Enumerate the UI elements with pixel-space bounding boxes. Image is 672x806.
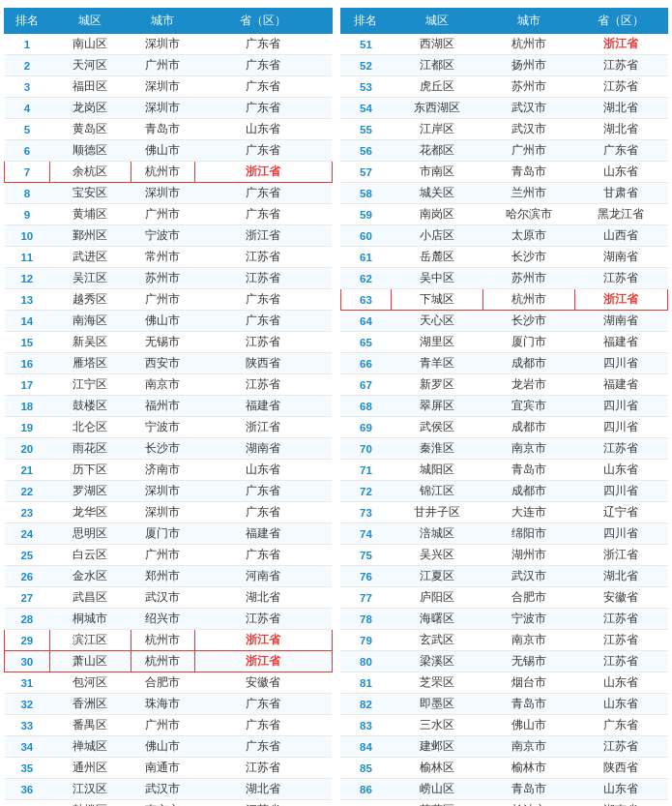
table-row: 1南山区深圳市广东省 xyxy=(5,34,333,55)
table-row: 70秦淮区南京市江苏省 xyxy=(340,438,668,460)
city-cell: 长沙市 xyxy=(482,247,574,268)
province-cell: 湖南省 xyxy=(574,800,667,807)
table-row: 81芝罘区烟台市山东省 xyxy=(340,672,668,694)
province-cell: 江苏省 xyxy=(194,609,332,630)
district-cell: 北仑区 xyxy=(49,417,131,438)
district-cell: 锦江区 xyxy=(392,481,483,502)
rank-cell: 78 xyxy=(340,609,392,630)
rank-cell: 85 xyxy=(340,758,392,779)
district-cell: 秦淮区 xyxy=(392,438,483,460)
city-cell: 湖州市 xyxy=(482,545,574,566)
rank-cell: 56 xyxy=(340,140,392,162)
table-row: 77庐阳区合肥市安徽省 xyxy=(340,587,668,609)
city-cell: 佛山市 xyxy=(131,311,194,332)
rank-cell: 74 xyxy=(340,523,392,545)
district-cell: 三水区 xyxy=(392,715,483,736)
province-cell: 广东省 xyxy=(574,715,667,736)
rank-cell: 67 xyxy=(340,374,392,396)
province-cell: 广东省 xyxy=(194,545,332,566)
district-cell: 芙蓉区 xyxy=(392,800,483,807)
rank-cell: 62 xyxy=(340,268,392,289)
province-cell: 湖南省 xyxy=(574,311,667,332)
province-cell: 湖北省 xyxy=(574,98,667,119)
rank-cell: 71 xyxy=(340,460,392,481)
city-cell: 宁波市 xyxy=(131,417,194,438)
city-cell: 宁波市 xyxy=(482,609,574,630)
province-cell: 广东省 xyxy=(194,694,332,715)
city-cell: 常州市 xyxy=(131,247,194,268)
table-row: 23龙华区深圳市广东省 xyxy=(5,502,333,523)
province-cell: 江苏省 xyxy=(574,438,667,460)
city-cell: 济南市 xyxy=(131,460,194,481)
district-cell: 武侯区 xyxy=(392,417,483,438)
city-cell: 南通市 xyxy=(131,758,194,779)
province-cell: 浙江省 xyxy=(194,630,332,651)
district-cell: 天河区 xyxy=(49,55,131,76)
district-cell: 南海区 xyxy=(49,311,131,332)
table-row: 78海曙区宁波市江苏省 xyxy=(340,609,668,630)
city-cell: 厦门市 xyxy=(131,523,194,545)
province-cell: 江苏省 xyxy=(574,651,667,672)
table-row: 11武进区常州市江苏省 xyxy=(5,247,333,268)
district-cell: 黄埔区 xyxy=(49,204,131,225)
district-cell: 萧山区 xyxy=(49,651,131,672)
district-cell: 龙华区 xyxy=(49,502,131,523)
table-row: 57市南区青岛市山东省 xyxy=(340,162,668,183)
province-cell: 福建省 xyxy=(574,332,667,353)
table-row: 20雨花区长沙市湖南省 xyxy=(5,438,333,460)
left-table: 排名 城区 城市 省（区） 1南山区深圳市广东省2天河区广州市广东省3福田区深圳… xyxy=(4,8,333,806)
city-cell: 武汉市 xyxy=(482,566,574,587)
table-row: 34禅城区佛山市广东省 xyxy=(5,736,333,758)
table-row: 71城阳区青岛市山东省 xyxy=(340,460,668,481)
rank-cell: 32 xyxy=(5,694,50,715)
province-cell: 湖南省 xyxy=(574,247,667,268)
province-cell: 山东省 xyxy=(574,460,667,481)
district-cell: 黄岛区 xyxy=(49,119,131,140)
city-cell: 绍兴市 xyxy=(131,609,194,630)
province-cell: 山东省 xyxy=(574,672,667,694)
table-row: 31包河区合肥市安徽省 xyxy=(5,672,333,694)
district-cell: 余杭区 xyxy=(49,162,131,183)
province-cell: 四川省 xyxy=(574,417,667,438)
table-row: 65湖里区厦门市福建省 xyxy=(340,332,668,353)
province-cell: 湖北省 xyxy=(574,566,667,587)
province-cell: 江苏省 xyxy=(574,630,667,651)
city-cell: 苏州市 xyxy=(482,76,574,98)
left-header-rank: 排名 xyxy=(5,9,50,34)
city-cell: 扬州市 xyxy=(482,55,574,76)
city-cell: 青岛市 xyxy=(131,119,194,140)
table-row: 79玄武区南京市江苏省 xyxy=(340,630,668,651)
table-row: 66青羊区成都市四川省 xyxy=(340,353,668,374)
city-cell: 成都市 xyxy=(482,353,574,374)
province-cell: 四川省 xyxy=(574,353,667,374)
table-row: 61岳麓区长沙市湖南省 xyxy=(340,247,668,268)
province-cell: 山东省 xyxy=(194,119,332,140)
district-cell: 下城区 xyxy=(392,289,483,311)
table-row: 72锦江区成都市四川省 xyxy=(340,481,668,502)
table-row: 58城关区兰州市甘肃省 xyxy=(340,183,668,204)
main-container: 排名 城区 城市 省（区） 1南山区深圳市广东省2天河区广州市广东省3福田区深圳… xyxy=(0,0,672,806)
province-cell: 湖北省 xyxy=(574,119,667,140)
province-cell: 广东省 xyxy=(194,55,332,76)
district-cell: 白云区 xyxy=(49,545,131,566)
rank-cell: 36 xyxy=(5,779,50,800)
district-cell: 鼓楼区 xyxy=(49,800,131,807)
district-cell: 顺德区 xyxy=(49,140,131,162)
province-cell: 陕西省 xyxy=(574,758,667,779)
district-cell: 包河区 xyxy=(49,672,131,694)
rank-cell: 15 xyxy=(5,332,50,353)
district-cell: 思明区 xyxy=(49,523,131,545)
rank-cell: 23 xyxy=(5,502,50,523)
city-cell: 南京市 xyxy=(482,736,574,758)
province-cell: 浙江省 xyxy=(194,225,332,247)
district-cell: 榆林区 xyxy=(392,758,483,779)
district-cell: 桐城市 xyxy=(49,609,131,630)
province-cell: 广东省 xyxy=(194,502,332,523)
province-cell: 安徽省 xyxy=(194,672,332,694)
rank-cell: 28 xyxy=(5,609,50,630)
rank-cell: 70 xyxy=(340,438,392,460)
province-cell: 江苏省 xyxy=(194,332,332,353)
province-cell: 山东省 xyxy=(194,460,332,481)
table-row: 67新罗区龙岩市福建省 xyxy=(340,374,668,396)
table-row: 18鼓楼区福州市福建省 xyxy=(5,396,333,417)
